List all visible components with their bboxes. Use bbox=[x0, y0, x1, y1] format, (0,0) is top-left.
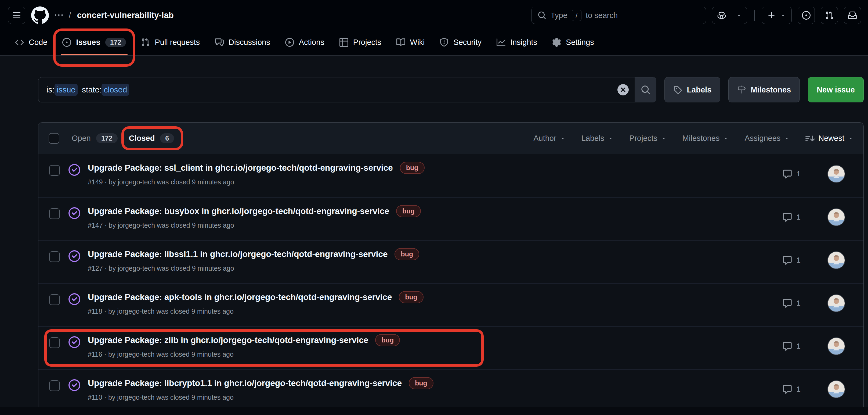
assignee-avatar[interactable] bbox=[828, 337, 845, 355]
issue-row[interactable]: Upgrade Package: libssl1.1 in ghcr.io/jo… bbox=[38, 240, 863, 283]
issue-title-link[interactable]: Upgrade Package: apk-tools in ghcr.io/jo… bbox=[88, 292, 392, 302]
tab-code[interactable]: Code bbox=[9, 29, 53, 55]
issues-main: is:issuestate:closed Labels Milestones N… bbox=[0, 77, 868, 413]
filter-dropdown-label: Labels bbox=[582, 134, 604, 143]
open-issues-toggle[interactable]: Open 172 bbox=[72, 133, 118, 143]
bug-label[interactable]: bug bbox=[396, 205, 421, 217]
issue-title-link[interactable]: Upgrade Package: libcrypto1.1 in ghcr.io… bbox=[88, 378, 402, 388]
comment-count[interactable]: 1 bbox=[782, 169, 801, 179]
repo-name-link[interactable]: concert-vulnerability-lab bbox=[77, 10, 174, 20]
open-label: Open bbox=[72, 134, 91, 143]
issue-meta: #147 · by jorgego-tech was closed 9 minu… bbox=[88, 221, 421, 229]
issue-checkbox[interactable] bbox=[49, 380, 60, 391]
annotation-circle-issues-tab bbox=[53, 29, 135, 67]
issue-checkbox[interactable] bbox=[49, 208, 60, 219]
copilot-button[interactable] bbox=[712, 7, 731, 24]
github-repo-issues-page: / concert-vulnerability-lab Type / to se… bbox=[0, 0, 868, 413]
closed-issues-toggle[interactable]: Closed 6 bbox=[129, 133, 174, 143]
comment-count[interactable]: 1 bbox=[782, 298, 801, 308]
assignee-avatar[interactable] bbox=[828, 165, 845, 183]
inbox-button[interactable] bbox=[844, 7, 861, 24]
assignee-avatar[interactable] bbox=[828, 294, 845, 312]
issue-checkbox[interactable] bbox=[49, 337, 60, 348]
issue-title-link[interactable]: Upgrade Package: zlib in ghcr.io/jorgego… bbox=[88, 335, 368, 345]
graph-icon bbox=[497, 38, 505, 47]
copilot-menu-caret-button[interactable] bbox=[731, 7, 747, 24]
issue-closed-icon bbox=[68, 379, 80, 391]
tab-security[interactable]: Security bbox=[434, 29, 488, 55]
comment-count[interactable]: 1 bbox=[782, 212, 801, 222]
comment-count[interactable]: 1 bbox=[782, 342, 801, 351]
global-search-input[interactable]: Type / to search bbox=[531, 7, 706, 24]
inbox-icon bbox=[848, 11, 857, 20]
filter-dropdown-assignees[interactable]: Assignees bbox=[744, 134, 789, 143]
assignee-avatar[interactable] bbox=[828, 208, 845, 226]
bug-label[interactable]: bug bbox=[375, 334, 400, 346]
bug-label[interactable]: bug bbox=[395, 248, 419, 260]
comment-icon bbox=[782, 342, 792, 351]
issues-list: Open 172 Closed 6 Author Labels Projects… bbox=[38, 122, 864, 413]
clear-search-button[interactable] bbox=[617, 84, 629, 96]
create-new-button[interactable] bbox=[762, 7, 792, 24]
filter-dropdown-author[interactable]: Author bbox=[533, 134, 565, 143]
search-placeholder-prefix: Type bbox=[551, 11, 567, 20]
tab-settings[interactable]: Settings bbox=[546, 29, 600, 55]
issue-row[interactable]: Upgrade Package: ssl_client in ghcr.io/j… bbox=[38, 154, 863, 197]
issues-search-box[interactable]: is:issuestate:closed bbox=[38, 77, 656, 102]
git-pull-request-icon bbox=[825, 11, 834, 20]
comment-icon bbox=[782, 212, 792, 222]
search-submit-button[interactable] bbox=[634, 78, 656, 102]
issue-opened-icon bbox=[802, 11, 810, 20]
issue-row[interactable]: Upgrade Package: apk-tools in ghcr.io/jo… bbox=[38, 283, 863, 326]
comment-icon bbox=[782, 298, 792, 308]
code-icon bbox=[15, 38, 24, 47]
git-pull-request-icon bbox=[141, 38, 150, 47]
chevron-down-icon bbox=[784, 136, 789, 141]
filter-dropdown-milestones[interactable]: Milestones bbox=[682, 134, 728, 143]
tab-insights[interactable]: Insights bbox=[491, 29, 543, 55]
comment-count[interactable]: 1 bbox=[782, 255, 801, 265]
new-issue-button-label: New issue bbox=[817, 86, 855, 94]
tab-discussions[interactable]: Discussions bbox=[209, 29, 276, 55]
your-pull-requests-button[interactable] bbox=[821, 7, 838, 24]
issue-title-link[interactable]: Upgrade Package: busybox in ghcr.io/jorg… bbox=[88, 206, 389, 216]
issue-title-link[interactable]: Upgrade Package: ssl_client in ghcr.io/j… bbox=[88, 163, 393, 173]
your-issues-button[interactable] bbox=[798, 7, 815, 24]
filter-dropdown-projects[interactable]: Projects bbox=[629, 134, 666, 143]
tab-projects[interactable]: Projects bbox=[334, 29, 387, 55]
tab-wiki[interactable]: Wiki bbox=[391, 29, 431, 55]
github-logo[interactable] bbox=[31, 6, 49, 24]
issue-title-link[interactable]: Upgrade Package: libssl1.1 in ghcr.io/jo… bbox=[88, 249, 388, 259]
repo-nav-tabs: Code Issues 172 Pull requests Discussion… bbox=[8, 29, 861, 55]
assignee-avatar[interactable] bbox=[828, 380, 845, 398]
tab-issues[interactable]: Issues 172 bbox=[56, 29, 132, 55]
book-icon bbox=[396, 38, 405, 47]
comment-count[interactable]: 1 bbox=[782, 384, 801, 394]
tab-pull-requests[interactable]: Pull requests bbox=[135, 29, 206, 55]
breadcrumb-ellipsis-icon[interactable] bbox=[55, 11, 63, 19]
labels-button[interactable]: Labels bbox=[664, 77, 720, 102]
filter-dropdown-labels[interactable]: Labels bbox=[582, 134, 613, 143]
tab-actions[interactable]: Actions bbox=[279, 29, 330, 55]
global-nav-menu-button[interactable] bbox=[8, 7, 25, 24]
bug-label[interactable]: bug bbox=[400, 162, 425, 174]
milestones-button[interactable]: Milestones bbox=[728, 77, 800, 102]
page-bottom-strip bbox=[0, 407, 868, 415]
new-issue-button[interactable]: New issue bbox=[808, 77, 864, 102]
issue-row[interactable]: Upgrade Package: busybox in ghcr.io/jorg… bbox=[38, 197, 863, 240]
filter-dropdown-label: Milestones bbox=[682, 134, 720, 143]
issue-checkbox[interactable] bbox=[49, 165, 60, 176]
issue-checkbox[interactable] bbox=[49, 294, 60, 305]
bug-label[interactable]: bug bbox=[399, 291, 424, 303]
issues-search-query[interactable]: is:issuestate:closed bbox=[38, 84, 617, 96]
select-all-checkbox[interactable] bbox=[49, 133, 59, 144]
issue-checkbox[interactable] bbox=[49, 251, 60, 262]
sort-dropdown[interactable]: Newest bbox=[805, 134, 853, 143]
issue-row[interactable]: Upgrade Package: libcrypto1.1 in ghcr.io… bbox=[38, 369, 863, 412]
issue-row[interactable]: Upgrade Package: zlib in ghcr.io/jorgego… bbox=[38, 326, 863, 369]
bug-label[interactable]: bug bbox=[409, 377, 433, 389]
assignee-avatar[interactable] bbox=[828, 251, 845, 269]
table-icon bbox=[339, 38, 348, 47]
chevron-down-icon bbox=[560, 136, 565, 141]
milestones-button-label: Milestones bbox=[751, 86, 791, 94]
